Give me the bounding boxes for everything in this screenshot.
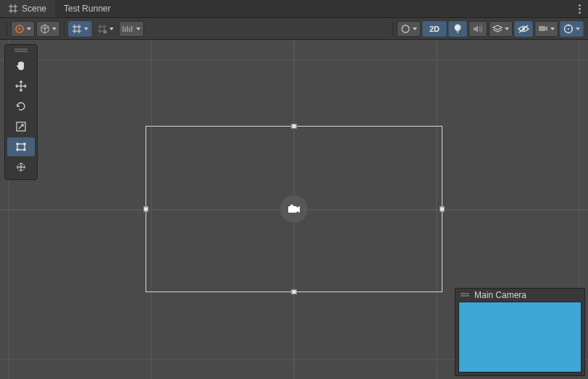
gizmo-icon bbox=[563, 24, 574, 34]
2d-toggle-button[interactable]: 2D bbox=[422, 21, 447, 37]
resize-handle-w[interactable] bbox=[143, 207, 148, 212]
chevron-down-icon bbox=[109, 27, 114, 30]
chevron-down-icon bbox=[84, 27, 88, 30]
camera-preview-panel: Main Camera bbox=[455, 288, 585, 376]
svg-point-4 bbox=[579, 4, 581, 7]
lightbulb-icon bbox=[453, 24, 462, 34]
transform-tool-button[interactable] bbox=[7, 158, 35, 176]
svg-rect-50 bbox=[24, 149, 26, 151]
tab-test-runner-label: Test Runner bbox=[64, 4, 111, 14]
svg-point-23 bbox=[402, 25, 409, 33]
gizmos-toggle-button[interactable] bbox=[560, 21, 584, 37]
camera-preview-title: Main Camera bbox=[474, 290, 526, 300]
camera-gizmo[interactable] bbox=[280, 195, 308, 223]
grid-snap-button[interactable] bbox=[68, 21, 92, 37]
kebab-icon bbox=[579, 4, 581, 14]
drag-handle-icon[interactable] bbox=[13, 48, 29, 54]
target-icon bbox=[14, 24, 25, 34]
svg-point-5 bbox=[579, 8, 581, 10]
tab-scene-label: Scene bbox=[22, 4, 46, 14]
rect-tool-button[interactable] bbox=[7, 137, 35, 156]
increment-snap-button[interactable] bbox=[119, 21, 144, 37]
audio-toggle-button[interactable] bbox=[469, 21, 487, 37]
layers-icon bbox=[492, 25, 503, 33]
chevron-down-icon bbox=[505, 27, 509, 30]
svg-point-28 bbox=[568, 28, 569, 30]
cube-icon bbox=[40, 24, 50, 34]
svg-rect-26 bbox=[539, 26, 545, 31]
camera-settings-button[interactable] bbox=[534, 21, 558, 37]
snap-icon bbox=[97, 24, 107, 34]
ruler-icon bbox=[122, 25, 134, 33]
rotate-tool-button[interactable] bbox=[7, 97, 35, 116]
chevron-down-icon bbox=[27, 27, 31, 30]
resize-handle-n[interactable] bbox=[292, 124, 297, 129]
eye-off-icon bbox=[518, 25, 529, 33]
scale-tool-button[interactable] bbox=[7, 117, 35, 136]
shading-mode-button[interactable] bbox=[11, 21, 35, 37]
resize-handle-s[interactable] bbox=[292, 289, 297, 294]
chevron-down-icon bbox=[136, 27, 140, 30]
tool-palette bbox=[4, 44, 38, 180]
grid-icon bbox=[9, 4, 17, 13]
scale-icon bbox=[15, 121, 27, 132]
move-tool-button[interactable] bbox=[7, 77, 35, 95]
snap-settings-button[interactable] bbox=[93, 21, 117, 37]
tab-scene[interactable]: Scene bbox=[0, 0, 55, 17]
camera-gizmo-icon bbox=[287, 204, 301, 214]
2d-label: 2D bbox=[429, 25, 440, 33]
camera-preview-header[interactable]: Main Camera bbox=[455, 289, 584, 302]
svg-rect-40 bbox=[290, 205, 293, 207]
svg-rect-39 bbox=[288, 206, 297, 213]
transform-icon bbox=[15, 161, 27, 173]
svg-point-8 bbox=[19, 27, 21, 30]
audio-icon bbox=[473, 25, 483, 33]
camera-preview-viewport bbox=[458, 302, 581, 372]
tab-options-button[interactable] bbox=[571, 0, 588, 17]
svg-point-17 bbox=[104, 30, 107, 33]
scene-viewport[interactable]: Main Camera bbox=[0, 40, 588, 379]
visibility-toggle-button[interactable] bbox=[514, 21, 533, 37]
svg-rect-47 bbox=[17, 143, 19, 145]
grid-snap-icon bbox=[72, 24, 82, 34]
hand-tool-button[interactable] bbox=[7, 56, 35, 75]
tab-test-runner[interactable]: Test Runner bbox=[55, 0, 119, 17]
svg-point-6 bbox=[579, 12, 581, 14]
chevron-down-icon bbox=[413, 27, 417, 30]
move-icon bbox=[15, 80, 27, 92]
tab-bar: Scene Test Runner bbox=[0, 0, 588, 18]
debug-draw-button[interactable] bbox=[397, 21, 421, 37]
camera-icon bbox=[538, 25, 548, 33]
svg-rect-49 bbox=[17, 149, 19, 151]
draw-mode-button[interactable] bbox=[36, 21, 60, 37]
hand-icon bbox=[15, 60, 27, 72]
circle-icon bbox=[400, 24, 411, 34]
scene-toolbar: 2D bbox=[0, 18, 588, 40]
effects-toggle-button[interactable] bbox=[489, 21, 513, 37]
rect-tool-icon bbox=[15, 141, 27, 153]
drag-handle-icon bbox=[460, 292, 470, 298]
chevron-down-icon bbox=[550, 27, 555, 30]
svg-rect-48 bbox=[24, 143, 26, 145]
resize-handle-e[interactable] bbox=[440, 207, 445, 212]
rotate-icon bbox=[15, 101, 27, 112]
chevron-down-icon bbox=[52, 27, 56, 30]
chevron-down-icon bbox=[576, 27, 580, 30]
lighting-toggle-button[interactable] bbox=[448, 21, 467, 37]
